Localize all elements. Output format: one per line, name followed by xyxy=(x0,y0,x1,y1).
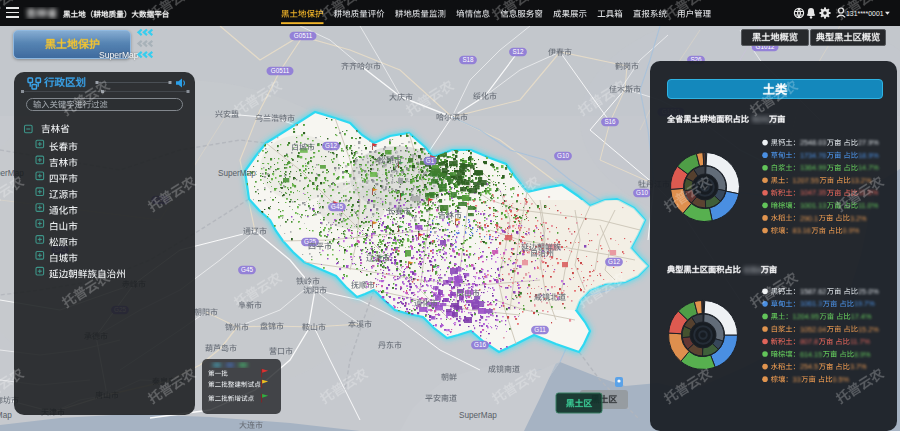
svg-text:1001.13: 1001.13 xyxy=(800,201,826,210)
svg-text:11.7%: 11.7% xyxy=(850,337,871,346)
svg-text:1364.99: 1364.99 xyxy=(800,163,826,172)
svg-text:17.4%: 17.4% xyxy=(851,312,872,321)
svg-text:19.7%: 19.7% xyxy=(854,299,875,308)
svg-text:13.2%: 13.2% xyxy=(851,176,872,185)
svg-text:83.16: 83.16 xyxy=(793,226,811,235)
svg-text:25.0%: 25.0% xyxy=(858,287,879,296)
svg-text:18.9%: 18.9% xyxy=(858,151,879,160)
svg-text:3.2%: 3.2% xyxy=(850,214,867,223)
svg-text:11.0%: 11.0% xyxy=(858,201,879,210)
svg-text:1734.76: 1734.76 xyxy=(800,151,826,160)
svg-text:3.7%: 3.7% xyxy=(850,362,867,371)
svg-text:14.7%: 14.7% xyxy=(858,163,879,172)
svg-text:1061.3: 1061.3 xyxy=(800,299,822,308)
svg-text:33: 33 xyxy=(793,375,801,384)
svg-text:SuperMap: SuperMap xyxy=(99,50,139,60)
svg-text:2548.03: 2548.03 xyxy=(800,138,826,147)
svg-text:15.2%: 15.2% xyxy=(858,325,879,334)
svg-text:1204.95: 1204.95 xyxy=(793,312,819,321)
svg-text:1047.35: 1047.35 xyxy=(800,188,826,197)
svg-text:254.5: 254.5 xyxy=(800,362,818,371)
svg-text:0.5%: 0.5% xyxy=(832,375,849,384)
svg-text:27.9%: 27.9% xyxy=(858,138,879,147)
svg-text:1587.62: 1587.62 xyxy=(800,287,826,296)
svg-text:131****0001: 131****0001 xyxy=(846,10,884,17)
svg-text:0.9%: 0.9% xyxy=(843,226,860,235)
svg-text:1207.55: 1207.55 xyxy=(793,176,819,185)
svg-text:290.1: 290.1 xyxy=(800,214,818,223)
svg-text:614.15: 614.15 xyxy=(800,350,822,359)
svg-text:1052.04: 1052.04 xyxy=(800,325,826,334)
svg-text:807.8: 807.8 xyxy=(800,337,818,346)
svg-text:8.9%: 8.9% xyxy=(854,350,871,359)
